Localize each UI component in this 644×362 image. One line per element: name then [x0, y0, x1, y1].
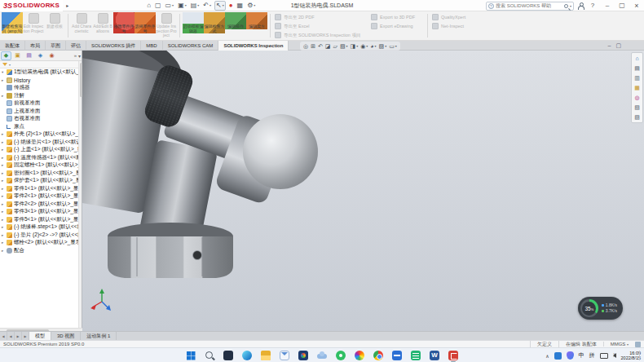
- search-caret-icon[interactable]: ▾: [570, 4, 571, 8]
- feature-tree-item[interactable]: 右视基准面: [0, 115, 78, 123]
- tree-vertical-scrollbar[interactable]: [78, 61, 82, 328]
- dimxpertmanager-tab[interactable]: ◈: [35, 51, 46, 60]
- tab-cam[interactable]: SOLIDWORKS CAM: [163, 41, 219, 51]
- word-app[interactable]: [428, 349, 441, 362]
- new-inspection-project-button[interactable]: 新建检查项目 (amp;N): [2, 12, 23, 33]
- feature-tree-item[interactable]: ▸ (-) 上盖<1> (默认<<默认>_显示状: [0, 146, 78, 154]
- minimize-button[interactable]: –: [602, 1, 613, 11]
- edit-inspection-project-button[interactable]: Edit Inspection Project: [23, 12, 44, 33]
- tab-scroll-button[interactable]: ◀: [0, 332, 7, 340]
- ime-mode-indicator[interactable]: 拼: [589, 348, 595, 362]
- export-edrawing-button[interactable]: Export eDrawing: [371, 23, 423, 29]
- options-gear-icon[interactable]: ⚙: [246, 1, 256, 11]
- update-inspection-project-button[interactable]: Update Inspection Project: [156, 12, 177, 38]
- motion-study-tab[interactable]: 运动算例 1: [81, 332, 117, 340]
- help-search-box[interactable]: ? ▾: [486, 2, 574, 11]
- new-document-icon[interactable]: ▢: [154, 1, 162, 11]
- model-probe-dome-tip[interactable]: [243, 114, 318, 189]
- model-tab[interactable]: 模型: [29, 332, 51, 340]
- export-sw-inspection-project-button[interactable]: 导出至 SOLIDWORKS Inspection 项目: [275, 32, 364, 38]
- model-thermocouple-assembly[interactable]: [82, 51, 318, 278]
- feature-tree-item[interactable]: ▸ 密封圈<1> (默认<<默认>_显示状: [0, 170, 78, 178]
- search-icon[interactable]: [564, 4, 568, 8]
- solidworks-app[interactable]: [447, 349, 460, 362]
- zoom-fit-icon[interactable]: ◎: [303, 42, 308, 51]
- dictionary-app[interactable]: [390, 349, 404, 362]
- feature-tree-item[interactable]: 前视基准面: [0, 99, 78, 108]
- tab-inspection[interactable]: SOLIDWORKS Inspection: [218, 41, 289, 51]
- annotation-views-icon[interactable]: ▱: [333, 42, 337, 51]
- launch-template-editor-button[interactable]: 启动模板编辑器: [183, 12, 204, 33]
- feature-tree-item[interactable]: ▸ (-) 绝缘棒.step<1> (默认<<默认>: [0, 223, 78, 232]
- tab-scroll-button[interactable]: ▶: [15, 332, 22, 340]
- displaymanager-tab[interactable]: ◉: [46, 51, 57, 60]
- photos-app[interactable]: [297, 349, 310, 362]
- feature-tree-item[interactable]: ▸ 零件1<1> (默认<<默认>_显示状态: [0, 185, 78, 193]
- remove-balloons-button[interactable]: 移除零件序号: [113, 12, 135, 33]
- feature-tree-item[interactable]: ▸ 螺栓<2> (默认<<默认>_显示状态: [0, 239, 78, 247]
- feature-tree-item[interactable]: ▸ 外壳 (2)<1> (默认<<默认>_显示状: [0, 130, 78, 139]
- security-shield-icon[interactable]: [567, 351, 574, 360]
- previous-view-icon[interactable]: ↶: [318, 42, 323, 51]
- search-input[interactable]: [496, 3, 562, 8]
- custom-properties-icon[interactable]: ▧: [633, 103, 642, 112]
- mail-app[interactable]: [278, 349, 291, 362]
- filter-caret-icon[interactable]: ▾: [9, 63, 11, 67]
- start-button[interactable]: [184, 349, 197, 362]
- tab-scroll-button[interactable]: ▶: [22, 332, 29, 340]
- feature-tree-item[interactable]: ▸ 注解: [0, 92, 78, 100]
- clock[interactable]: 16:09 2022/8/15: [621, 351, 641, 360]
- feature-tree-item[interactable]: ▸ (-) 绝缘垫片<1> (默认<<默认>_显: [0, 139, 78, 147]
- new-template-button[interactable]: 新建模板: [44, 12, 65, 29]
- status-tag-icon[interactable]: [635, 342, 641, 347]
- feature-tree-item[interactable]: 上视基准面: [0, 108, 78, 116]
- tray-expand-chevron-icon[interactable]: ∧: [545, 353, 549, 359]
- doc-minimize-button[interactable]: –: [607, 42, 611, 50]
- display-style-icon[interactable]: ◨: [351, 42, 359, 51]
- menu-expand-arrow-icon[interactable]: ▸: [66, 2, 68, 8]
- tab-scroll-button[interactable]: ◀: [7, 332, 15, 340]
- tab-sketch[interactable]: 草图: [46, 41, 66, 51]
- export-2d-pdf-button[interactable]: 导出至 2D PDF: [275, 14, 364, 20]
- edge-browser[interactable]: [240, 349, 254, 362]
- tab-evaluate[interactable]: 评估: [66, 41, 86, 51]
- file-explorer[interactable]: [259, 349, 272, 362]
- feature-tree-item[interactable]: 原点: [0, 123, 78, 131]
- feature-tree-item[interactable]: ▸ 零件3<1> (默认<<默认>_显示状态: [0, 208, 78, 216]
- feature-tree-item[interactable]: ▸ 零件2<2> (默认<<默认>_显示状态: [0, 201, 78, 209]
- panel-pin-icon[interactable]: ▾: [78, 53, 81, 59]
- tab-layout[interactable]: 布局: [25, 41, 46, 51]
- traffic-light-icon[interactable]: ●: [228, 1, 234, 11]
- view-settings-icon[interactable]: ▭: [389, 42, 397, 51]
- model-canvas[interactable]: [82, 51, 644, 331]
- model-hex-nut[interactable]: [108, 236, 233, 278]
- close-button[interactable]: ×: [631, 1, 642, 11]
- zoom-area-icon[interactable]: ⊞: [311, 42, 315, 51]
- tab-assembly[interactable]: 装配体: [0, 41, 25, 51]
- propertymanager-tab[interactable]: ▣: [12, 51, 23, 60]
- panel-overflow-icon[interactable]: »: [74, 53, 77, 59]
- select-balloons-button[interactable]: 选择零件序号: [135, 12, 156, 33]
- units-selector[interactable]: MMGS ▾: [603, 342, 629, 347]
- feature-tree-item[interactable]: ▾ 1型铠装热电偶 (默认<默认_显示状态-1: [0, 68, 78, 77]
- network-display-icon[interactable]: [600, 353, 608, 359]
- home-icon[interactable]: ⌂: [146, 1, 152, 11]
- chrome-browser[interactable]: [372, 349, 385, 362]
- search-scope-icon[interactable]: ?: [488, 3, 494, 9]
- graphics-viewport[interactable]: ⌂▤▥▦◍▧▨ 35% 1.8K/s 3.7K/s: [82, 51, 644, 331]
- model-nut-hole[interactable]: [193, 251, 202, 260]
- volume-icon[interactable]: [613, 353, 616, 358]
- home-icon[interactable]: ⌂: [633, 54, 642, 63]
- appearances-icon[interactable]: ◍: [633, 93, 642, 102]
- toolbox-icon[interactable]: ▦: [633, 83, 642, 92]
- file-explorer-icon[interactable]: ▥: [633, 73, 642, 82]
- help-button[interactable]: ?: [587, 1, 598, 11]
- qualityxpert-button[interactable]: QualityXpert: [432, 14, 476, 20]
- feature-tree-item[interactable]: ▸ (-) 垫片 (2)<2> ->? (默认<<默认>: [0, 232, 78, 240]
- undo-icon[interactable]: ↶: [202, 1, 212, 11]
- open-icon[interactable]: ▭: [165, 1, 175, 11]
- add-edit-balloons-button[interactable]: Add/Edit Balloons: [92, 12, 113, 33]
- evaluate-grid-icon[interactable]: ▦: [236, 1, 245, 11]
- edit-methods-button[interactable]: 编辑检查方式: [204, 12, 225, 33]
- feature-tree-item[interactable]: ▸ 固定螺栓<1> (默认<<默认>_显示: [0, 161, 78, 170]
